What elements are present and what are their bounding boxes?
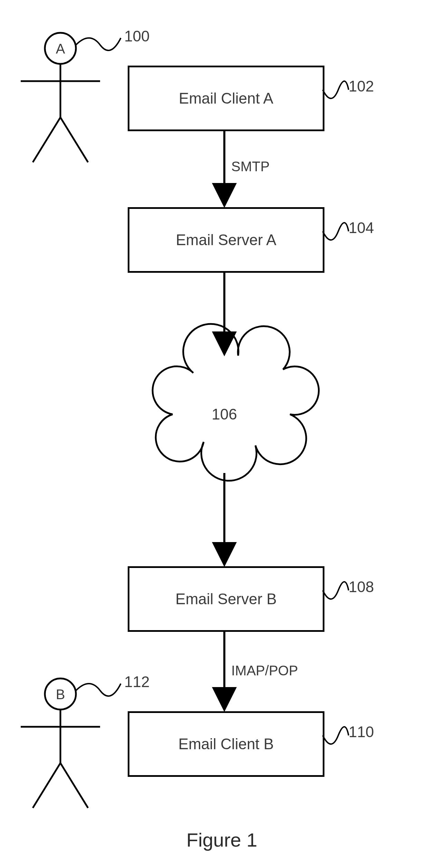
ref-label-client-a: 102 (349, 78, 374, 95)
diagram-canvas: Email Client A 102 Email Server A 104 Em… (0, 0, 448, 868)
svg-line-3 (33, 117, 60, 162)
cloud-label: 106 (212, 406, 237, 423)
leader-server-a (323, 223, 349, 240)
svg-point-5 (45, 678, 76, 710)
leader-user-a (76, 38, 121, 50)
leader-user-b (76, 684, 121, 696)
ref-label-user-b: 112 (124, 673, 149, 691)
box-email-server-a: Email Server A (128, 207, 324, 273)
ref-label-client-b: 110 (349, 723, 374, 741)
svg-point-0 (45, 33, 76, 64)
leader-client-b (323, 727, 349, 744)
edge-label-imap: IMAP/POP (231, 663, 298, 678)
box-label: Email Server B (175, 590, 276, 608)
box-email-server-b: Email Server B (128, 566, 324, 632)
ref-label-server-a: 104 (349, 219, 374, 237)
leader-client-a (323, 81, 349, 98)
box-label: Email Client B (178, 735, 274, 753)
cloud-icon (153, 324, 319, 481)
svg-line-8 (33, 763, 60, 808)
user-b-label: B (56, 687, 65, 702)
user-b-icon (21, 678, 100, 808)
leader-server-b (323, 582, 349, 599)
user-a-icon (21, 33, 100, 162)
ref-label-server-b: 108 (349, 578, 374, 596)
box-email-client-a: Email Client A (128, 66, 324, 131)
user-a-label: A (56, 41, 65, 56)
svg-line-4 (60, 117, 88, 162)
edge-label-smtp: SMTP (231, 159, 270, 174)
box-label: Email Client A (179, 90, 273, 107)
box-label: Email Server A (176, 231, 276, 249)
svg-line-9 (60, 763, 88, 808)
figure-caption: Figure 1 (186, 829, 257, 851)
box-email-client-b: Email Client B (128, 711, 324, 777)
ref-label-user-a: 100 (124, 28, 149, 45)
